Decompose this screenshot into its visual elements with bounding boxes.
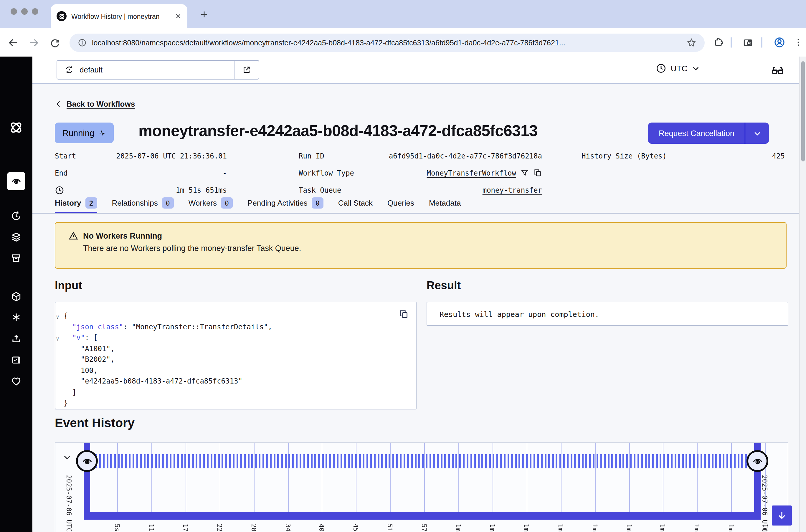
- back-to-workflows[interactable]: Back to Workflows: [55, 99, 135, 109]
- duration-value: 1m 51s 651ms: [176, 186, 227, 194]
- meta-column-ids: Run IDa6fd95d1-da0c-4d2e-a77c-786f3d7621…: [299, 147, 542, 198]
- tab-call-stack[interactable]: Call Stack: [338, 198, 373, 212]
- timeline-tick-label: 51s: [386, 524, 394, 532]
- timeline-gridline: [219, 443, 220, 512]
- tab-metadata[interactable]: Metadata: [429, 198, 461, 212]
- tab-relationships-count: 0: [162, 197, 174, 209]
- timeline-start-date: 2025-07-06 UTC 2: [65, 475, 73, 532]
- reload-icon[interactable]: [48, 36, 61, 49]
- history-size-value: 425: [772, 152, 785, 160]
- extensions-icon[interactable]: [712, 36, 725, 49]
- tab-workers[interactable]: Workers0: [189, 197, 233, 213]
- event-history-timeline[interactable]: 2025-07-06 UTC 2 2025-07-06 UTC 2 5s11s1…: [55, 442, 788, 532]
- timeline-collapse-icon[interactable]: [62, 453, 72, 462]
- event-history-heading: Event History: [55, 416, 135, 430]
- task-queue-link[interactable]: money-transfer: [482, 186, 542, 194]
- forward-icon[interactable]: [27, 36, 40, 49]
- timeline-gridline: [561, 443, 561, 512]
- result-box: Results will appear upon completion.: [426, 302, 788, 326]
- timezone-selector[interactable]: UTC: [656, 63, 700, 74]
- new-tab-button[interactable]: [197, 7, 211, 21]
- timeline-gridline: [629, 443, 630, 512]
- run-id-value: a6fd95d1-da0c-4d2e-a77c-786f3d76218a: [389, 152, 542, 160]
- sidebar-item-feedback[interactable]: [0, 376, 33, 387]
- back-to-workflows-label: Back to Workflows: [66, 99, 135, 109]
- workflow-type-link[interactable]: MoneyTransferWorkflow: [427, 169, 516, 177]
- scrollbar-thumb[interactable]: [801, 61, 805, 162]
- sidebar-item-namespaces[interactable]: [0, 291, 33, 302]
- tabs-separator: [33, 213, 806, 213]
- timeline-start-marker[interactable]: [76, 450, 98, 472]
- namespace-value: default: [79, 65, 102, 74]
- warning-message: There are no Workers polling the money-t…: [83, 244, 786, 253]
- timeline-tick-label: 1m: [761, 524, 769, 532]
- tab-history[interactable]: History2: [55, 197, 97, 213]
- browser-tab[interactable]: Workflow History | moneytran: [51, 4, 187, 28]
- window-controls[interactable]: [11, 8, 38, 15]
- profile-icon[interactable]: [773, 36, 786, 49]
- namespace-external-link-button[interactable]: [234, 61, 258, 79]
- namespace-selector[interactable]: default: [57, 60, 259, 79]
- filter-icon[interactable]: [520, 169, 529, 177]
- timeline-gridline: [595, 443, 595, 512]
- timeline-tick-label: 34s: [284, 524, 291, 532]
- request-cancellation-button[interactable]: Request Cancellation: [648, 122, 745, 144]
- site-info-icon[interactable]: [78, 38, 87, 47]
- tab-relationships[interactable]: Relationships0: [112, 197, 174, 213]
- copy-icon[interactable]: [533, 169, 542, 177]
- timeline-axis-bar: [84, 512, 761, 520]
- json-collapse-icon[interactable]: ∨: [56, 312, 59, 323]
- sidebar-item-deployments[interactable]: [0, 231, 33, 243]
- namespace-icon: [64, 65, 74, 75]
- labs-mode-icon[interactable]: [771, 63, 785, 77]
- status-badge[interactable]: Running: [55, 122, 114, 143]
- json-collapse-icon[interactable]: ∨: [56, 334, 59, 344]
- page-scrollbar[interactable]: [799, 57, 806, 532]
- workflow-type-label: Workflow Type: [299, 169, 354, 177]
- timeline-gridline: [697, 443, 698, 512]
- sidebar-item-import[interactable]: [0, 334, 33, 345]
- cancellation-dropdown-button[interactable]: [745, 122, 769, 144]
- timeline-gridline: [186, 443, 186, 512]
- timeline-tick-label: 1m: [556, 524, 564, 532]
- timeline-tick-label: 57s: [420, 524, 428, 532]
- timeline-tick-label: 1m: [591, 524, 598, 532]
- tab-queries[interactable]: Queries: [387, 198, 414, 212]
- timeline-gridline: [731, 443, 732, 512]
- sidebar-item-docs[interactable]: [0, 355, 33, 366]
- tab-search-icon[interactable]: [741, 36, 754, 49]
- sidebar-item-workflows[interactable]: [7, 172, 25, 190]
- tab-title: Workflow History | moneytran: [71, 13, 170, 20]
- timeline-event-band[interactable]: [95, 454, 748, 468]
- temporal-logo-icon: [0, 120, 33, 135]
- url-text: localhost:8080/namespaces/default/workfl…: [92, 39, 681, 47]
- bookmark-star-icon[interactable]: [686, 38, 696, 48]
- tab-pending-activities[interactable]: Pending Activities0: [247, 197, 324, 213]
- chevron-down-icon: [753, 129, 762, 137]
- url-bar[interactable]: localhost:8080/namespaces/default/workfl…: [70, 34, 705, 52]
- tab-close-icon[interactable]: [175, 13, 181, 19]
- status-label: Running: [62, 128, 94, 137]
- timeline-tick-label: 1m: [659, 524, 667, 532]
- scroll-down-button[interactable]: [772, 506, 792, 526]
- start-label: Start: [55, 152, 76, 160]
- sidebar-item-nexus[interactable]: [0, 312, 33, 323]
- timeline-tick-label: 1m: [523, 524, 530, 532]
- timeline-tick-label: 11s: [147, 524, 155, 532]
- sidebar-item-batch-operations[interactable]: [0, 253, 33, 264]
- timeline-tick-label: 1m: [727, 524, 735, 532]
- app-header: default UTC: [33, 57, 806, 84]
- timezone-value: UTC: [671, 64, 688, 73]
- screenshot-root: Workflow History | moneytran localhost:8…: [0, 0, 806, 532]
- tab-history-count: 2: [85, 197, 97, 209]
- timeline-end-marker[interactable]: [747, 450, 768, 472]
- sidebar-item-schedules[interactable]: [0, 210, 33, 222]
- timeline-tick-label: 40s: [318, 524, 326, 532]
- timeline-tick-label: 45s: [352, 524, 360, 532]
- copy-input-icon[interactable]: [399, 309, 409, 319]
- browser-menu-icon[interactable]: [792, 36, 805, 49]
- timeline-tick-label: 1m: [625, 524, 632, 532]
- input-json: ∨{ "json_class": "MoneyTransfer::Transfe…: [64, 310, 392, 408]
- back-icon[interactable]: [6, 36, 19, 49]
- timeline-tick-label: 28s: [250, 524, 257, 532]
